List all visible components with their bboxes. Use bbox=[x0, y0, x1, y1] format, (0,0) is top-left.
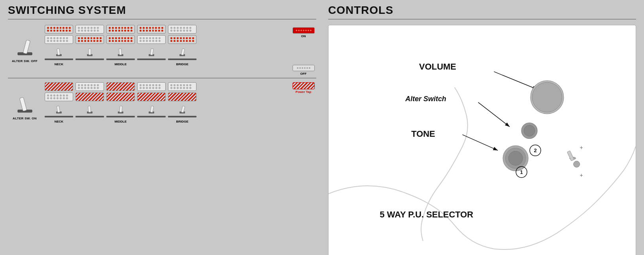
svg-rect-7 bbox=[119, 49, 122, 55]
pos5-bot-hb bbox=[168, 35, 196, 44]
pos3-top-hb bbox=[106, 25, 135, 34]
num2-text: 2 bbox=[534, 147, 536, 153]
power-tap-label: Power Tap bbox=[296, 90, 312, 94]
on-toggles-row bbox=[45, 104, 287, 117]
on-toggle4 bbox=[146, 104, 157, 115]
power-tap-col: Power Tap bbox=[291, 82, 316, 102]
on-label: ON bbox=[301, 34, 306, 38]
svg-rect-13 bbox=[19, 97, 26, 111]
off-label: OFF bbox=[300, 72, 307, 76]
selector-label-svg: 5 WAY P.U. SELECTOR bbox=[380, 210, 474, 219]
pos2-bot-hb bbox=[76, 35, 104, 44]
on-pos3-top-hb bbox=[106, 82, 135, 91]
off-row1 bbox=[45, 25, 287, 34]
svg-rect-24 bbox=[329, 28, 636, 255]
toggle4-off bbox=[146, 47, 157, 58]
section-separator bbox=[8, 78, 316, 78]
svg-rect-3 bbox=[57, 49, 60, 55]
small-knob bbox=[574, 161, 580, 167]
tone-knob-inner bbox=[508, 151, 523, 165]
on-row1 bbox=[45, 82, 287, 91]
svg-rect-5 bbox=[89, 49, 91, 55]
on-pos5-top-sc bbox=[168, 82, 196, 91]
volume-label-svg: VOLUME bbox=[419, 62, 456, 72]
alter-switch-label-svg: Alter Switch bbox=[405, 95, 446, 103]
plus2: + bbox=[580, 172, 583, 178]
on-row2 bbox=[45, 93, 287, 101]
alter-off-icon bbox=[15, 37, 34, 59]
pos1-bot-sc bbox=[45, 35, 73, 44]
tone-label-svg: TONE bbox=[411, 129, 435, 139]
toggle5-off bbox=[177, 47, 188, 58]
right-panel: CONTROLS VOLUME Alter Switch TON bbox=[324, 0, 644, 255]
on-pos1-bot-sc bbox=[45, 93, 73, 101]
controls-title: CONTROLS bbox=[328, 4, 636, 17]
on-pos1-top-hb bbox=[45, 82, 73, 91]
toggle2-off bbox=[84, 47, 95, 58]
alter-on-label: ALTER SW. ON bbox=[13, 117, 37, 120]
toggle3-off bbox=[115, 47, 126, 58]
on-pos3-bot-hb bbox=[106, 93, 135, 101]
on-pos2-bot-hb bbox=[76, 93, 104, 101]
on-pos-labels: NECK MIDDLE BRIDGE bbox=[45, 120, 287, 123]
volume-knob-inner bbox=[532, 82, 562, 112]
on-pos2-top-sc bbox=[76, 82, 104, 91]
on-toggle5 bbox=[177, 104, 188, 115]
neck-label1: NECK bbox=[45, 62, 73, 66]
pos1-top-hb bbox=[45, 25, 73, 34]
alter-on-icon bbox=[15, 94, 34, 116]
left-panel: SWITCHING SYSTEM bbox=[0, 0, 324, 255]
on-toggle3 bbox=[115, 104, 126, 115]
svg-rect-19 bbox=[119, 106, 122, 112]
on-pos4-bot-hb bbox=[137, 93, 166, 101]
left-divider bbox=[8, 19, 316, 19]
switching-system-title: SWITCHING SYSTEM bbox=[8, 4, 316, 17]
alter-off-label: ALTER SW. OFF bbox=[12, 59, 38, 63]
on-toggle1 bbox=[53, 104, 64, 115]
svg-rect-9 bbox=[150, 49, 153, 55]
on-pos5-bot-hb bbox=[168, 93, 196, 101]
bridge-label2: BRIDGE bbox=[168, 120, 196, 123]
pos5-top-sc bbox=[168, 25, 196, 34]
right-divider bbox=[328, 19, 636, 19]
svg-rect-1 bbox=[23, 40, 30, 54]
pos2-top-sc bbox=[76, 25, 104, 34]
toggle1-off bbox=[53, 47, 64, 58]
controls-diagram: VOLUME Alter Switch TONE 5 WAY P.U. SELE… bbox=[328, 25, 636, 255]
svg-rect-17 bbox=[88, 106, 91, 112]
plus1: + bbox=[580, 144, 583, 151]
off-row2 bbox=[45, 35, 287, 44]
alter-switch-knob-inner bbox=[524, 125, 535, 136]
pos3-bot-hb bbox=[106, 35, 135, 44]
on-pos4-top-sc bbox=[137, 82, 166, 91]
off-pos-labels: NECK MIDDLE BRIDGE bbox=[45, 62, 287, 66]
off-toggles-row bbox=[45, 47, 287, 60]
bridge-label1: BRIDGE bbox=[168, 62, 196, 66]
pos4-bot-sc bbox=[137, 35, 166, 44]
on-off-indicators: ON OFF bbox=[291, 25, 316, 76]
alter-on-col: ALTER SW. ON bbox=[8, 82, 42, 120]
on-toggle2 bbox=[84, 104, 95, 115]
middle-label1: MIDDLE bbox=[106, 62, 135, 66]
num1-text: 1 bbox=[520, 169, 523, 175]
alter-off-col: ALTER SW. OFF bbox=[8, 25, 42, 63]
pos4-top-hb bbox=[137, 25, 166, 34]
middle-label2: MIDDLE bbox=[106, 120, 135, 123]
neck-label2: NECK bbox=[45, 120, 73, 123]
controls-svg: VOLUME Alter Switch TONE 5 WAY P.U. SELE… bbox=[329, 25, 636, 255]
